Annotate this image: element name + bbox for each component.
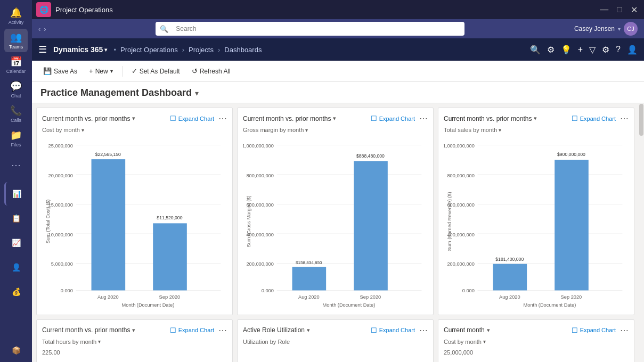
svg-text:Month (Document Date): Month (Document Date) bbox=[323, 302, 376, 308]
chart2-subtitle-chevron: ▾ bbox=[305, 127, 308, 133]
help-icon[interactable]: ? bbox=[616, 45, 621, 54]
gear-icon[interactable]: ⚙ bbox=[602, 45, 609, 55]
svg-text:$900,000,000: $900,000,000 bbox=[557, 152, 585, 157]
sidebar-item-activity[interactable]: 🔔 Activity bbox=[4, 4, 28, 28]
chart2-more-btn[interactable]: ⋯ bbox=[419, 113, 428, 124]
title-bar: 🌐 Project Operations — □ ✕ bbox=[32, 0, 644, 19]
chart6-expand-label: Expand Chart bbox=[580, 327, 616, 333]
chart-card-4: Current month vs. prior months ▾ ☐ Expan… bbox=[36, 319, 233, 362]
chart6-title[interactable]: Current month ▾ bbox=[444, 326, 490, 334]
icon3: 📈 bbox=[12, 238, 21, 247]
nav-item-projects[interactable]: Projects bbox=[189, 46, 214, 54]
sidebar-item-calendar[interactable]: 📅 Calendar bbox=[4, 53, 28, 77]
chart4-expand-btn[interactable]: ☐ Expand Chart bbox=[170, 326, 214, 334]
chart3-bar-aug[interactable] bbox=[493, 264, 527, 291]
chart3-more-btn[interactable]: ⋯ bbox=[620, 113, 629, 124]
sidebar-item-icon5[interactable]: 💰 bbox=[4, 280, 28, 303]
filter-icon[interactable]: ▽ bbox=[589, 45, 596, 55]
sidebar-item-icon2[interactable]: 📋 bbox=[4, 207, 28, 230]
svg-text:Aug 2020: Aug 2020 bbox=[298, 294, 320, 300]
chart2-bar-sep[interactable] bbox=[354, 161, 388, 291]
content-scroll[interactable]: Current month vs. prior months ▾ ☐ Expan… bbox=[32, 103, 639, 362]
chart3-bar-sep[interactable] bbox=[555, 160, 589, 290]
search-nav-icon[interactable]: 🔍 bbox=[530, 45, 541, 55]
refresh-button[interactable]: ↺ Refresh All bbox=[187, 64, 235, 78]
chart5-more-btn[interactable]: ⋯ bbox=[419, 325, 428, 335]
chart3-subtitle-chevron: ▾ bbox=[499, 127, 501, 133]
nav-back-btn[interactable]: ‹ bbox=[38, 25, 40, 33]
set-default-button[interactable]: ✓ Set As Default bbox=[127, 64, 185, 78]
toolbar: 💾 Save As + New ▾ ✓ Set As Default ↺ Ref… bbox=[32, 61, 644, 82]
sidebar-item-calls[interactable]: 📞 Calls bbox=[4, 102, 28, 126]
svg-text:10,000,000: 10,000,000 bbox=[48, 232, 73, 237]
user-icon[interactable]: 👤 bbox=[627, 45, 638, 55]
add-icon[interactable]: + bbox=[578, 45, 583, 54]
chart5-expand-btn[interactable]: ☐ Expand Chart bbox=[371, 326, 415, 334]
chart1-title-chevron: ▾ bbox=[132, 115, 135, 122]
search-row: ‹ › 🔍 Casey Jensen ▾ CJ bbox=[32, 19, 644, 38]
svg-text:Sep 2020: Sep 2020 bbox=[360, 294, 381, 300]
save-as-button[interactable]: 💾 Save As bbox=[38, 64, 82, 78]
chart6-expand-btn[interactable]: ☐ Expand Chart bbox=[572, 326, 616, 334]
chart5-title[interactable]: Active Role Utilization ▾ bbox=[243, 326, 310, 334]
sidebar-item-bottom1[interactable]: 📦 bbox=[4, 339, 28, 362]
chart5-subtitle[interactable]: Utilization by Role bbox=[243, 339, 428, 345]
user-avatar: CJ bbox=[624, 22, 638, 36]
chart4-title[interactable]: Current month vs. prior months ▾ bbox=[42, 326, 135, 334]
svg-text:$181,400,000: $181,400,000 bbox=[495, 257, 524, 262]
scrollbar-thumb[interactable] bbox=[639, 104, 643, 136]
nav-item-project-ops[interactable]: Project Operations bbox=[120, 46, 178, 54]
sidebar-item-files[interactable]: 📁 Files bbox=[4, 127, 28, 150]
chart5-title-chevron: ▾ bbox=[307, 327, 310, 334]
sidebar-item-chat[interactable]: 💬 Chat bbox=[4, 78, 28, 101]
chart1-expand-btn[interactable]: ☐ Expand Chart bbox=[170, 114, 214, 122]
chart2-title[interactable]: Current month vs. prior months ▾ bbox=[243, 115, 336, 122]
chart6-subtitle[interactable]: Cost by month ▾ bbox=[444, 339, 629, 345]
svg-text:0.000: 0.000 bbox=[462, 288, 475, 293]
chart3-expand-btn[interactable]: ☐ Expand Chart bbox=[572, 114, 616, 122]
chart6-more-btn[interactable]: ⋯ bbox=[620, 325, 629, 335]
chart2-subtitle[interactable]: Gross margin by month ▾ bbox=[243, 127, 428, 133]
chart2-expand-btn[interactable]: ☐ Expand Chart bbox=[371, 114, 415, 122]
app-title: Project Operations bbox=[55, 6, 113, 14]
calendar-icon: 📅 bbox=[10, 56, 22, 68]
chart4-more-btn[interactable]: ⋯ bbox=[218, 325, 227, 335]
sidebar-item-icon4[interactable]: 👤 bbox=[4, 256, 28, 279]
minimize-btn[interactable]: — bbox=[598, 4, 610, 15]
chart1-more-btn[interactable]: ⋯ bbox=[218, 113, 227, 124]
user-area[interactable]: Casey Jensen ▾ CJ bbox=[574, 22, 638, 36]
nav-item-dashboards[interactable]: Dashboards bbox=[224, 46, 262, 54]
chart3-subtitle[interactable]: Total sales by month ▾ bbox=[444, 127, 629, 133]
scrollbar[interactable] bbox=[639, 103, 644, 362]
sidebar-item-more[interactable]: ⋯ bbox=[4, 153, 28, 177]
svg-text:600,000,000: 600,000,000 bbox=[447, 202, 474, 208]
sidebar-item-teams[interactable]: 👥 Teams bbox=[4, 29, 28, 52]
dashboard-chevron[interactable]: ▾ bbox=[195, 89, 199, 97]
waffle-icon[interactable]: ☰ bbox=[38, 44, 47, 55]
chart5-actions: ☐ Expand Chart ⋯ bbox=[371, 325, 428, 335]
search-input[interactable] bbox=[172, 22, 460, 35]
svg-text:200,000,000: 200,000,000 bbox=[246, 261, 273, 267]
chart3-title-chevron: ▾ bbox=[534, 115, 537, 122]
maximize-btn[interactable]: □ bbox=[615, 4, 624, 15]
sidebar-item-d365[interactable]: 📊 bbox=[4, 182, 28, 205]
chart2-bar-aug[interactable] bbox=[292, 267, 327, 291]
search-bar[interactable]: 🔍 bbox=[156, 22, 464, 36]
nav-brand[interactable]: Dynamics 365 ▾ bbox=[53, 45, 107, 54]
close-btn[interactable]: ✕ bbox=[629, 4, 640, 16]
chart4-subtitle[interactable]: Total hours by month ▾ bbox=[42, 339, 227, 345]
nav-brand-label: Dynamics 365 bbox=[53, 45, 103, 54]
charts-grid: Current month vs. prior months ▾ ☐ Expan… bbox=[36, 108, 634, 362]
chart2-svg: Sum (Gross Margin) ($) 1,000,000,000 800… bbox=[243, 135, 428, 308]
chart1-bar-sep[interactable] bbox=[153, 223, 187, 290]
sidebar-item-icon3[interactable]: 📈 bbox=[4, 231, 28, 254]
settings-icon[interactable]: ⚙ bbox=[547, 45, 555, 55]
svg-text:Aug 2020: Aug 2020 bbox=[499, 294, 520, 300]
chart3-expand-icon: ☐ bbox=[572, 114, 578, 122]
new-button[interactable]: + New ▾ bbox=[84, 64, 118, 78]
chart1-bar-aug[interactable] bbox=[92, 159, 126, 290]
chart1-subtitle[interactable]: Cost by month ▾ bbox=[42, 127, 227, 133]
chart1-title[interactable]: Current month vs. prior months ▾ bbox=[42, 115, 135, 122]
lightbulb-icon[interactable]: 💡 bbox=[561, 45, 572, 55]
chart3-title[interactable]: Current month vs. prior months ▾ bbox=[444, 115, 537, 122]
